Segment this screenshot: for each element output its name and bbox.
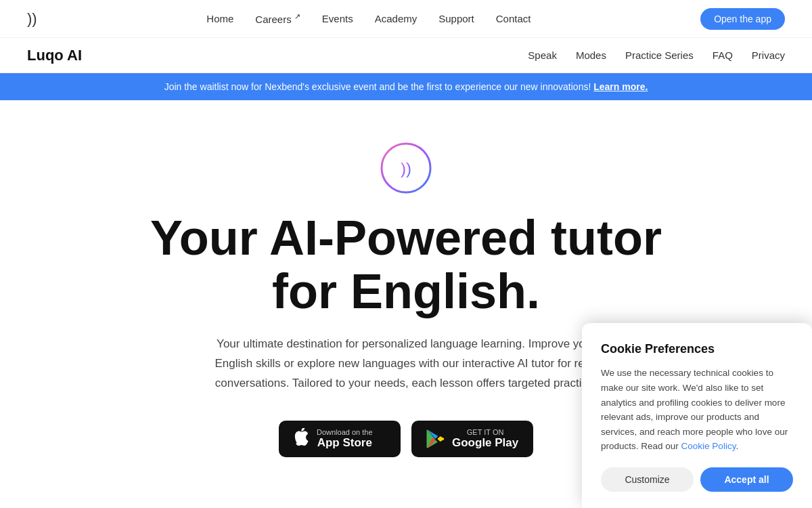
sec-nav-faq[interactable]: FAQ — [713, 49, 733, 61]
open-app-button[interactable]: Open the app — [700, 8, 785, 30]
banner-text: Join the waitlist now for Nexbend's excl… — [164, 81, 591, 92]
nav-academy[interactable]: Academy — [375, 13, 418, 24]
top-nav: )) Home Careers ↗ Events Academy Support… — [0, 0, 812, 38]
google-play-name: Google Play — [452, 436, 518, 450]
google-play-button[interactable]: GET IT ON Google Play — [411, 421, 533, 457]
app-store-button[interactable]: Download on the App Store — [279, 421, 401, 457]
sec-nav-privacy[interactable]: Privacy — [752, 49, 785, 61]
nav-home[interactable]: Home — [206, 13, 233, 24]
nav-careers[interactable]: Careers ↗ — [255, 12, 300, 25]
google-play-small-text: GET IT ON — [452, 428, 518, 436]
external-link-icon: ↗ — [294, 12, 300, 20]
cookie-body: We use the necessary technical cookies t… — [601, 366, 793, 454]
svg-text:)): )) — [401, 159, 411, 177]
top-nav-links: Home Careers ↗ Events Academy Support Co… — [206, 12, 531, 25]
cookie-customize-button[interactable]: Customize — [601, 467, 694, 484]
logo-sound-icon: )) — [27, 10, 37, 28]
app-store-name: App Store — [317, 436, 373, 450]
sec-nav-modes[interactable]: Modes — [576, 49, 606, 61]
top-nav-logo: )) — [27, 10, 37, 28]
cookie-actions: Customize Accept all — [601, 467, 793, 484]
sec-nav-speak[interactable]: Speak — [528, 49, 557, 61]
nav-events[interactable]: Events — [322, 13, 353, 24]
sec-nav-links: Speak Modes Practice Series FAQ Privacy — [528, 49, 785, 61]
cookie-accept-button[interactable]: Accept all — [700, 467, 793, 484]
sec-nav-practice-series[interactable]: Practice Series — [625, 49, 694, 61]
cookie-title: Cookie Preferences — [601, 342, 793, 356]
sec-nav: Luqo AI Speak Modes Practice Series FAQ … — [0, 38, 812, 73]
banner-learn-more-link[interactable]: Learn more. — [593, 81, 648, 92]
cookie-preferences-modal: Cookie Preferences We use the necessary … — [582, 323, 812, 484]
hero-subtitle: Your ultimate destination for personaliz… — [210, 335, 602, 394]
announcement-banner: Join the waitlist now for Nexbend's excl… — [0, 73, 812, 100]
app-store-small-text: Download on the — [317, 428, 373, 436]
apple-icon — [292, 427, 310, 450]
hero-title: Your AI-Powered tutor for English. — [129, 211, 683, 318]
hero-logo-icon: )) — [379, 141, 433, 195]
cookie-policy-link[interactable]: Cookie Policy — [681, 441, 736, 451]
nav-support[interactable]: Support — [438, 13, 474, 24]
nav-contact[interactable]: Contact — [496, 13, 531, 24]
brand-name: Luqo AI — [27, 47, 82, 64]
google-play-icon — [425, 429, 445, 449]
